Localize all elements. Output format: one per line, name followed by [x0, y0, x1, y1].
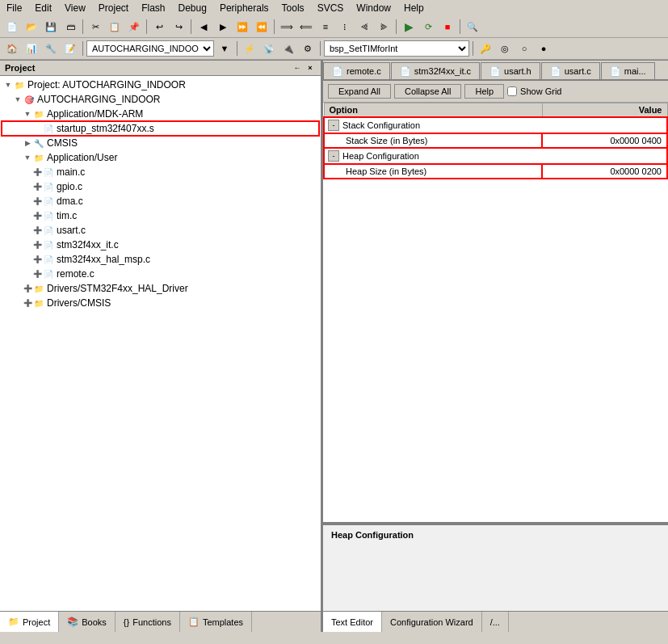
tb2-btn5[interactable]: ⚡: [241, 40, 258, 57]
tree-item-dma[interactable]: ➕ 📄 dma.c: [2, 194, 319, 208]
config-toolbar: Expand All Collapse All Help Show Grid: [323, 81, 668, 103]
panel-dock-button[interactable]: ←: [292, 62, 303, 74]
tb2-btn6[interactable]: 📡: [260, 40, 278, 57]
target-options-button[interactable]: ▼: [216, 40, 233, 57]
bottom-tab-templates[interactable]: 📋 Templates: [180, 612, 252, 632]
tree-item-gpio[interactable]: ➕ 📄 gpio.c: [2, 179, 319, 194]
bottom-tab-more[interactable]: /...: [482, 612, 509, 632]
function-combo[interactable]: bsp_SetTIMforInt: [324, 40, 469, 57]
align4-button[interactable]: ⫸: [375, 18, 393, 36]
tree-item-stm32-it[interactable]: ➕ 📄 stm32f4xx_it.c: [2, 238, 319, 252]
tb2-btn9[interactable]: 🔑: [477, 40, 494, 57]
menu-project[interactable]: Project: [95, 2, 132, 15]
panel-header: Project ← ×: [0, 61, 321, 76]
templates-tab-label: Templates: [203, 617, 243, 627]
redo-button[interactable]: ↪: [170, 18, 187, 36]
save-all-button[interactable]: 🗃: [61, 18, 79, 36]
row-stack-size: Stack Size (in Bytes) 0x0000 0400: [324, 133, 667, 148]
menu-help[interactable]: Help: [401, 2, 427, 15]
tree-item-app-mdk[interactable]: ▼ 📁 Application/MDK-ARM: [2, 107, 319, 121]
navigate-back-button[interactable]: ◀: [195, 18, 212, 36]
heap-expander[interactable]: -: [328, 150, 339, 162]
tree-item-cmsis[interactable]: ▶ 🔧 CMSIS: [2, 136, 319, 150]
sep7: [82, 41, 83, 56]
tree-item-target[interactable]: ▼ 🎯 AUTOCHARGING_INDOOR: [2, 92, 319, 107]
cut-button[interactable]: ✂: [86, 18, 104, 36]
bottom-tab-config-wizard[interactable]: Configuration Wizard: [382, 612, 482, 632]
bottom-tab-project[interactable]: 📁 Project: [0, 612, 59, 632]
menu-svcs[interactable]: SVCS: [314, 2, 347, 15]
expander-cmsis: ▶: [23, 138, 32, 148]
tree-item-remote[interactable]: ➕ 📄 remote.c: [2, 267, 319, 281]
menu-tools[interactable]: Tools: [279, 2, 308, 15]
tb2-btn10[interactable]: ◎: [496, 40, 514, 57]
navigate-fwd-button[interactable]: ▶: [214, 18, 232, 36]
bottom-tab-functions[interactable]: {} Functions: [116, 612, 180, 632]
indent-button[interactable]: ⟹: [278, 18, 296, 36]
tb2-btn4[interactable]: 📝: [61, 40, 79, 57]
bottom-tab-books[interactable]: 📚 Books: [59, 612, 116, 632]
tree-label: main.c: [57, 166, 85, 178]
tab-file-icon: 📄: [332, 65, 343, 77]
debug-button[interactable]: 🔍: [464, 18, 481, 36]
save-button[interactable]: 💾: [42, 18, 60, 36]
menu-peripherals[interactable]: Peripherals: [216, 2, 272, 15]
tree-item-drivers-hal[interactable]: ➕ 📁 Drivers/STM32F4xx_HAL_Driver: [2, 281, 319, 296]
menu-window[interactable]: Window: [353, 2, 394, 15]
tree-item-hal-msp[interactable]: ➕ 📄 stm32f4xx_hal_msp.c: [2, 252, 319, 267]
align2-button[interactable]: ⫶: [336, 18, 354, 36]
expand-all-button[interactable]: Expand All: [328, 84, 391, 99]
tab-usart-c[interactable]: 📄 usart.c: [541, 62, 600, 79]
tb2-btn12[interactable]: ●: [535, 40, 552, 57]
tb2-btn7[interactable]: 🔌: [279, 40, 297, 57]
tb2-btn2[interactable]: 📊: [23, 40, 40, 57]
panel-close-button[interactable]: ×: [305, 62, 316, 74]
copy-button[interactable]: 📋: [106, 18, 124, 36]
collapse-all-button[interactable]: Collapse All: [394, 84, 461, 99]
tab-stm32-it[interactable]: 📄 stm32f4xx_it.c: [391, 62, 480, 79]
undo-button[interactable]: ↩: [150, 18, 168, 36]
bottom-tab-text-editor[interactable]: Text Editor: [323, 612, 382, 632]
expander-gpio: ➕: [32, 182, 42, 192]
expander-target: ▼: [13, 95, 23, 104]
tb2-btn1[interactable]: 🏠: [3, 40, 21, 57]
tree-item-tim[interactable]: ➕ 📄 tim.c: [2, 208, 319, 223]
build-target-button[interactable]: ▶: [400, 18, 418, 36]
tab-usart-h[interactable]: 📄 usart.h: [481, 62, 540, 79]
tab-mai[interactable]: 📄 mai...: [601, 62, 655, 79]
target-combo[interactable]: AUTOCHARGING_INDOO: [86, 40, 214, 57]
tab-remote-c[interactable]: 📄 remote.c: [323, 62, 390, 79]
tree-item-usart[interactable]: ➕ 📄 usart.c: [2, 223, 319, 238]
menu-file[interactable]: File: [3, 2, 25, 15]
align-button[interactable]: ≡: [317, 18, 334, 36]
menu-debug[interactable]: Debug: [175, 2, 210, 15]
tree-item-project-root[interactable]: ▼ 📁 Project: AUTOCHARGING_INDOOR: [2, 78, 319, 92]
new-file-button[interactable]: 📄: [3, 18, 21, 36]
tree-item-app-user[interactable]: ▼ 📁 Application/User: [2, 150, 319, 165]
unindent-button[interactable]: ⟸: [297, 18, 315, 36]
nav3-button[interactable]: ⏩: [233, 18, 251, 36]
tab-file-icon2: 📄: [400, 65, 411, 77]
rebuild-button[interactable]: ⟳: [419, 18, 437, 36]
tb2-btn3[interactable]: 🔧: [42, 40, 60, 57]
show-grid-label: Show Grid: [507, 86, 561, 96]
section-row-stack: - Stack Configuration: [324, 117, 667, 133]
tree-item-drivers-cmsis[interactable]: ➕ 📁 Drivers/CMSIS: [2, 296, 319, 310]
stop-build-button[interactable]: ■: [439, 18, 456, 36]
tree-item-main[interactable]: ➕ 📄 main.c: [2, 165, 319, 179]
menu-edit[interactable]: Edit: [32, 2, 55, 15]
menu-flash[interactable]: Flash: [138, 2, 168, 15]
menu-view[interactable]: View: [61, 2, 89, 15]
nav4-button[interactable]: ⏪: [253, 18, 271, 36]
paste-button[interactable]: 📌: [125, 18, 143, 36]
stack-expander[interactable]: -: [328, 120, 339, 131]
tree-item-startup[interactable]: ▶ 📄 startup_stm32f407xx.s: [2, 121, 319, 136]
tb2-btn8[interactable]: ⚙: [299, 40, 317, 57]
open-file-button[interactable]: 📂: [23, 18, 40, 36]
align3-button[interactable]: ⫷: [355, 18, 373, 36]
help-button[interactable]: Help: [464, 84, 504, 99]
tb2-btn11[interactable]: ○: [515, 40, 533, 57]
expander-app-user: ▼: [23, 153, 32, 162]
c-file-icon-it: 📄: [42, 238, 55, 251]
show-grid-checkbox[interactable]: [507, 86, 517, 96]
